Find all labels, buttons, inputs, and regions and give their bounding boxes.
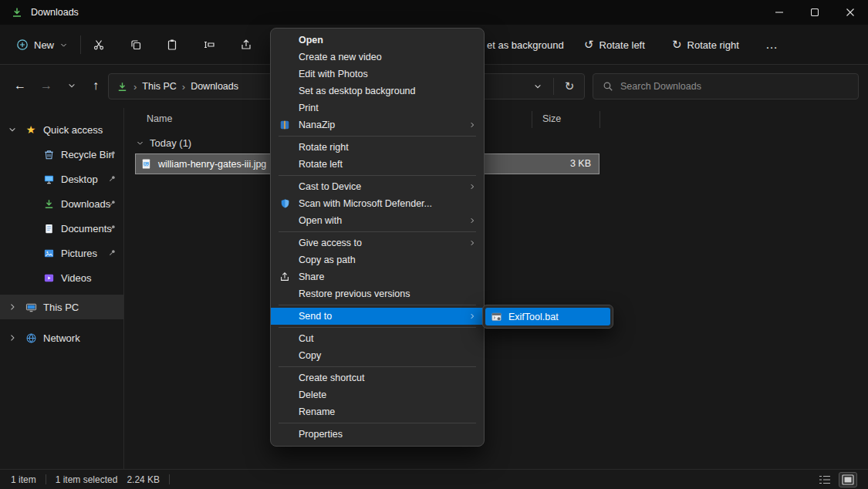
plus-circle-icon bbox=[16, 39, 29, 51]
menu-item-label: Create shortcut bbox=[299, 373, 479, 383]
sidebar: ★ Quick access Recycle Bin Desktop Downl… bbox=[0, 108, 124, 469]
context-menu-item-nanazip[interactable]: NanaZip bbox=[271, 116, 484, 133]
window-title: Downloads bbox=[31, 7, 79, 18]
status-divider bbox=[169, 474, 170, 484]
column-divider[interactable] bbox=[532, 111, 532, 128]
context-menu-item-copy-as-path[interactable]: Copy as path bbox=[271, 251, 484, 268]
menu-item-label: Properties bbox=[299, 429, 479, 440]
more-options-button[interactable]: … bbox=[758, 32, 785, 57]
group-header-label: Today (1) bbox=[150, 137, 191, 149]
breadcrumb-chevron-icon: › bbox=[182, 81, 185, 93]
thumbnail-view-button[interactable] bbox=[839, 472, 857, 487]
details-view-button[interactable] bbox=[816, 472, 834, 487]
rename-button[interactable] bbox=[196, 32, 222, 57]
group-header-today[interactable]: Today (1) bbox=[124, 133, 191, 153]
menu-item-label: Edit with Photos bbox=[299, 69, 479, 79]
sidebar-item-downloads[interactable]: Downloads bbox=[0, 191, 123, 216]
sidebar-item-recycle-bin[interactable]: Recycle Bin bbox=[0, 142, 123, 167]
context-menu-item-scan-with-microsoft-defender[interactable]: Scan with Microsoft Defender... bbox=[271, 195, 484, 212]
close-button[interactable] bbox=[833, 0, 868, 25]
menu-item-label: Scan with Microsoft Defender... bbox=[299, 198, 479, 209]
context-menu-item-give-access-to[interactable]: Give access to bbox=[271, 234, 484, 251]
sidebar-item-documents[interactable]: Documents bbox=[0, 216, 123, 241]
menu-item-label: Rename bbox=[299, 406, 479, 417]
new-button[interactable]: New bbox=[9, 32, 75, 57]
recent-locations-button[interactable] bbox=[59, 73, 84, 98]
context-menu-item-copy[interactable]: Copy bbox=[271, 347, 484, 364]
set-as-background-button[interactable]: et as background bbox=[480, 32, 571, 57]
context-menu-item-print[interactable]: Print bbox=[271, 99, 484, 116]
column-header-name[interactable]: Name bbox=[147, 113, 172, 124]
context-menu-item-create-a-new-video[interactable]: Create a new video bbox=[271, 49, 484, 66]
back-button[interactable]: ← bbox=[8, 73, 32, 98]
file-name: william-henry-gates-iii.jpg bbox=[158, 159, 266, 170]
copy-button[interactable] bbox=[123, 32, 149, 57]
sidebar-item-this-pc[interactable]: This PC bbox=[0, 295, 123, 319]
column-header-size[interactable]: Size bbox=[542, 113, 561, 124]
refresh-button[interactable]: ↻ bbox=[559, 76, 579, 97]
context-menu-item-edit-with-photos[interactable]: Edit with Photos bbox=[271, 66, 484, 83]
videos-icon bbox=[42, 272, 56, 284]
breadcrumb-item-downloads[interactable]: Downloads bbox=[191, 81, 238, 92]
context-menu-item-rotate-left[interactable]: Rotate left bbox=[271, 156, 484, 173]
share-button[interactable] bbox=[233, 32, 259, 57]
chevron-right-icon[interactable] bbox=[6, 302, 19, 312]
search-input[interactable] bbox=[620, 81, 849, 92]
context-menu-item-properties[interactable]: Properties bbox=[271, 426, 484, 443]
rename-icon bbox=[203, 39, 215, 51]
chevron-down-icon[interactable] bbox=[136, 139, 144, 147]
context-menu-item-share[interactable]: Share bbox=[271, 268, 484, 285]
toolbar-divider bbox=[80, 35, 81, 54]
forward-button[interactable]: → bbox=[34, 73, 59, 98]
context-menu-item-create-shortcut[interactable]: Create shortcut bbox=[271, 369, 484, 386]
menu-item-label: Open bbox=[299, 35, 479, 46]
context-menu-item-cast-to-device[interactable]: Cast to Device bbox=[271, 178, 484, 195]
context-menu-item-rotate-right[interactable]: Rotate right bbox=[271, 139, 484, 156]
cut-button[interactable] bbox=[86, 32, 112, 57]
context-menu-item-set-as-desktop-background[interactable]: Set as desktop background bbox=[271, 83, 484, 99]
breadcrumb-item-this-pc[interactable]: This PC bbox=[142, 81, 176, 92]
context-menu-item-delete[interactable]: Delete bbox=[271, 386, 484, 403]
paste-button[interactable] bbox=[159, 32, 185, 57]
sidebar-item-desktop[interactable]: Desktop bbox=[0, 167, 123, 191]
menu-separator bbox=[279, 175, 476, 176]
chevron-right-icon[interactable] bbox=[6, 333, 19, 342]
nanazip-icon bbox=[271, 120, 299, 130]
context-menu-item-rename[interactable]: Rename bbox=[271, 403, 484, 420]
sidebar-item-network[interactable]: Network bbox=[0, 325, 123, 350]
address-dropdown-button[interactable] bbox=[528, 76, 548, 97]
file-explorer-window: Downloads New bbox=[0, 0, 868, 489]
chevron-down-icon bbox=[67, 81, 76, 90]
menu-item-label: Send to bbox=[299, 311, 465, 322]
context-menu-item-cut[interactable]: Cut bbox=[271, 330, 484, 347]
up-button[interactable]: ↑ bbox=[83, 73, 108, 98]
image-file-icon bbox=[140, 158, 152, 170]
context-menu-item-open-with[interactable]: Open with bbox=[271, 212, 484, 229]
chevron-down-icon[interactable] bbox=[6, 125, 19, 134]
rotate-right-button[interactable]: ↻ Rotate right bbox=[665, 32, 746, 57]
search-box[interactable] bbox=[593, 73, 859, 99]
rotate-left-label: Rotate left bbox=[599, 39, 645, 51]
submenu-arrow-icon bbox=[465, 183, 479, 191]
share-icon bbox=[240, 39, 252, 51]
context-menu-item-send-to[interactable]: Send to bbox=[271, 308, 484, 325]
menu-item-label: Create a new video bbox=[299, 52, 479, 62]
column-divider[interactable] bbox=[599, 111, 600, 128]
context-menu-item-restore-previous-versions[interactable]: Restore previous versions bbox=[271, 285, 484, 302]
set-as-background-label: et as background bbox=[487, 39, 564, 51]
rotate-left-button[interactable]: ↺ Rotate left bbox=[577, 32, 652, 57]
menu-item-label: Delete bbox=[299, 390, 479, 400]
sidebar-item-videos[interactable]: Videos bbox=[0, 265, 123, 290]
this-pc-icon bbox=[24, 302, 38, 313]
sidebar-item-pictures[interactable]: Pictures bbox=[0, 241, 123, 265]
menu-item-label: Copy as path bbox=[299, 255, 479, 265]
maximize-button[interactable] bbox=[797, 0, 833, 25]
submenu-item-exiftool-bat[interactable]: ExifTool.bat bbox=[485, 308, 610, 325]
batch-file-icon bbox=[491, 312, 502, 322]
minimize-button[interactable] bbox=[762, 0, 797, 25]
context-menu-item-open[interactable]: Open bbox=[271, 32, 484, 49]
sidebar-item-quick-access[interactable]: ★ Quick access bbox=[0, 117, 123, 142]
submenu-arrow-icon bbox=[465, 217, 479, 224]
sidebar-item-label: Network bbox=[43, 332, 80, 344]
search-icon bbox=[603, 81, 613, 92]
